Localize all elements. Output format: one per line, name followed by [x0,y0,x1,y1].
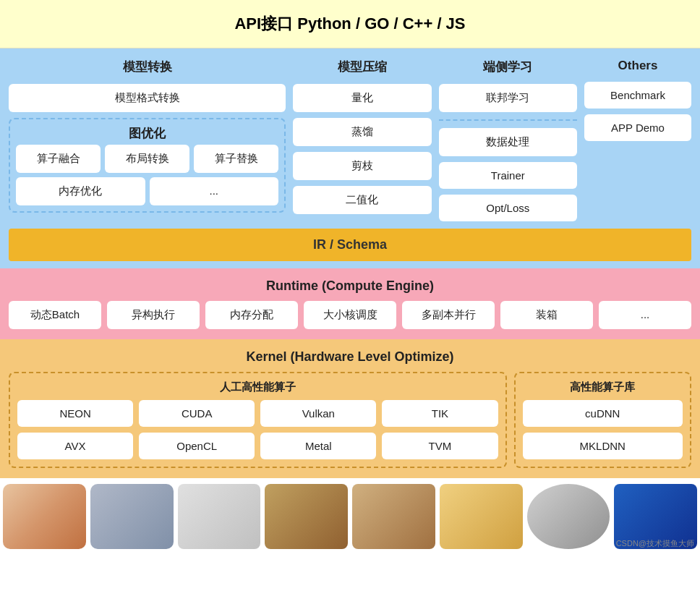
blue-section: 模型转换 模型格式转换 图优化 算子融合 布局转换 算子替换 内存优化 ... … [0,48,700,268]
device-phone2 [90,484,174,549]
blue-section-inner: 模型转换 模型格式转换 图优化 算子融合 布局转换 算子替换 内存优化 ... … [9,59,691,221]
edge-learn-item-2: Trainer [439,162,578,189]
kernel-item-3: TIK [382,400,498,427]
devices-section: CSDN@技术摸鱼大师 [0,478,700,555]
edge-learn-column: 端侧学习 联邦学习 数据处理 Trainer Opt/Loss [439,59,578,221]
runtime-section: Runtime (Compute Engine) 动态Batch 异构执行 内存… [0,268,700,339]
graph-opt-row1: 算子融合 布局转换 算子替换 [16,145,278,173]
edge-learn-title: 端侧学习 [439,59,578,75]
device-band [440,484,523,549]
compress-item-3: 二值化 [293,186,432,214]
others-title: Others [584,59,691,73]
kernel-item-7: TVM [382,433,498,459]
edge-learn-divider [439,119,578,121]
runtime-item-2: 内存分配 [205,301,298,329]
kernel-item-0: NEON [17,400,133,427]
kernel-lib-0: cuDNN [523,400,683,427]
kernel-right: 高性能算子库 cuDNN MKLDNN [514,372,692,468]
kernel-section: Kernel (Hardware Level Optimize) 人工高性能算子… [0,339,700,478]
ir-schema-bar: IR / Schema [9,229,691,261]
watermark: CSDN@技术摸鱼大师 [616,538,694,549]
device-phone1 [3,484,86,549]
others-item-1: APP Demo [584,114,691,141]
kernel-title: Kernel (Hardware Level Optimize) [9,349,691,365]
graph-opt-item-3: 内存优化 [16,177,145,205]
model-convert-column: 模型转换 模型格式转换 图优化 算子融合 布局转换 算子替换 内存优化 ... [9,59,286,221]
edge-learn-item-1: 数据处理 [439,128,578,156]
runtime-item-4: 多副本并行 [402,301,495,329]
graph-opt-title: 图优化 [16,125,278,142]
kernel-item-1: CUDA [139,400,255,427]
model-convert-title: 模型转换 [9,59,286,75]
kernel-item-2: Vulkan [260,400,376,427]
runtime-item-3: 大小核调度 [304,301,396,329]
others-item-0: Benchmark [584,82,691,109]
runtime-items: 动态Batch 异构执行 内存分配 大小核调度 多副本并行 装箱 ... [9,301,691,329]
graph-opt-item-0: 算子融合 [16,145,101,173]
device-camera [527,484,610,549]
graph-opt-item-2: 算子替换 [194,145,278,173]
kernel-item-5: OpenCL [139,433,255,459]
edge-learn-item-0: 联邦学习 [439,84,578,112]
edge-learn-item-3: Opt/Loss [439,195,578,221]
kernel-right-grid: cuDNN MKLDNN [523,400,683,459]
runtime-item-6: ... [599,301,691,329]
device-watch2 [352,484,435,549]
kernel-left: 人工高性能算子 NEON CUDA Vulkan TIK AVX OpenCL … [9,372,507,468]
kernel-item-6: Metal [260,433,376,459]
others-column: Others Benchmark APP Demo [584,59,691,221]
compress-item-1: 蒸馏 [293,118,432,146]
graph-opt-box: 图优化 算子融合 布局转换 算子替换 内存优化 ... [9,118,286,213]
kernel-item-4: AVX [17,433,133,459]
compress-item-2: 剪枝 [293,152,432,180]
compress-item-0: 量化 [293,84,432,112]
model-compress-column: 模型压缩 量化 蒸馏 剪枝 二值化 [293,59,432,221]
device-earbuds [178,484,261,549]
kernel-grid: NEON CUDA Vulkan TIK AVX OpenCL Metal TV… [17,400,498,459]
runtime-item-0: 动态Batch [9,301,101,329]
model-compress-title: 模型压缩 [293,59,432,75]
runtime-item-5: 装箱 [500,301,593,329]
device-watch1 [265,484,348,549]
kernel-lib-1: MKLDNN [523,433,683,459]
runtime-item-1: 异构执行 [107,301,200,329]
kernel-left-title: 人工高性能算子 [17,380,498,394]
graph-opt-item-4: ... [150,177,279,205]
graph-opt-row2: 内存优化 ... [16,177,278,205]
api-header: API接口 Python / GO / C++ / JS [0,0,700,48]
kernel-right-title: 高性能算子库 [523,380,683,394]
runtime-title: Runtime (Compute Engine) [9,279,691,294]
kernel-inner: 人工高性能算子 NEON CUDA Vulkan TIK AVX OpenCL … [9,372,691,468]
model-format-box: 模型格式转换 [9,84,286,112]
graph-opt-item-1: 布局转换 [105,145,189,173]
